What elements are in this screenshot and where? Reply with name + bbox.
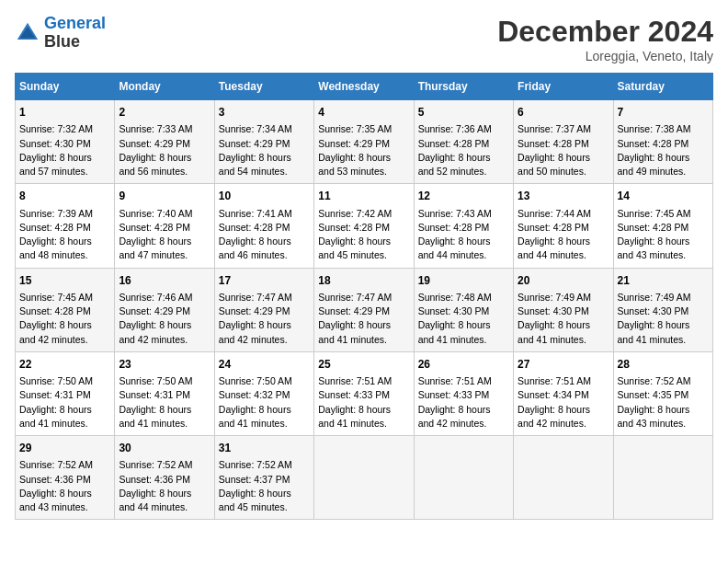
day-number: 31 — [219, 441, 310, 456]
day-info: Daylight: 8 hours — [119, 235, 210, 248]
day-info: Sunrise: 7:45 AM — [19, 291, 110, 304]
day-info: Daylight: 8 hours — [19, 151, 110, 165]
day-info: Daylight: 8 hours — [418, 318, 509, 332]
calendar-cell: 4Sunrise: 7:35 AMSunset: 4:29 PMDaylight… — [314, 100, 414, 184]
day-info: Daylight: 8 hours — [219, 487, 310, 500]
day-info: Sunset: 4:35 PM — [618, 388, 709, 402]
day-info: Sunrise: 7:44 AM — [518, 207, 609, 221]
day-info: and 53 minutes. — [318, 165, 409, 178]
calendar-cell: 7Sunrise: 7:38 AMSunset: 4:28 PMDaylight… — [613, 100, 712, 184]
day-number: 20 — [518, 273, 609, 289]
day-info: and 50 minutes. — [518, 165, 609, 178]
week-row-5: 29Sunrise: 7:52 AMSunset: 4:36 PMDayligh… — [16, 436, 713, 520]
day-info: Sunrise: 7:48 AM — [418, 291, 509, 304]
day-info: and 46 minutes. — [219, 248, 310, 262]
day-info: Sunset: 4:29 PM — [219, 137, 310, 151]
calendar-cell: 19Sunrise: 7:48 AMSunset: 4:30 PMDayligh… — [414, 268, 513, 351]
calendar-cell: 14Sunrise: 7:45 AMSunset: 4:28 PMDayligh… — [613, 184, 712, 268]
day-info: Daylight: 8 hours — [19, 487, 110, 500]
col-header-tuesday: Tuesday — [214, 74, 313, 100]
col-header-saturday: Saturday — [613, 74, 712, 100]
day-info: Sunset: 4:29 PM — [119, 137, 210, 151]
day-info: Sunset: 4:28 PM — [618, 221, 709, 235]
day-number: 8 — [19, 189, 110, 204]
day-info: and 41 minutes. — [318, 333, 409, 347]
calendar-cell: 12Sunrise: 7:43 AMSunset: 4:28 PMDayligh… — [414, 184, 513, 268]
day-info: Sunset: 4:30 PM — [518, 304, 609, 318]
week-row-1: 1Sunrise: 7:32 AMSunset: 4:30 PMDaylight… — [16, 100, 713, 184]
day-number: 17 — [219, 273, 310, 289]
day-info: Sunset: 4:30 PM — [618, 304, 709, 318]
day-number: 16 — [119, 273, 210, 289]
day-number: 21 — [618, 273, 709, 289]
day-number: 10 — [219, 189, 310, 204]
day-info: and 41 minutes. — [19, 417, 110, 431]
day-info: and 41 minutes. — [219, 417, 310, 431]
day-info: Sunrise: 7:50 AM — [19, 374, 110, 388]
day-info: Sunrise: 7:47 AM — [219, 291, 310, 304]
day-info: Daylight: 8 hours — [119, 487, 210, 500]
day-info: Sunrise: 7:52 AM — [19, 458, 110, 472]
page-header: General Blue December 2024 Loreggia, Ven… — [15, 15, 713, 63]
calendar-cell: 31Sunrise: 7:52 AMSunset: 4:37 PMDayligh… — [214, 436, 313, 520]
day-number: 26 — [418, 357, 509, 373]
day-info: Sunset: 4:29 PM — [219, 304, 310, 318]
day-info: Daylight: 8 hours — [318, 403, 409, 417]
day-info: Daylight: 8 hours — [418, 235, 509, 248]
day-info: and 57 minutes. — [19, 165, 110, 178]
day-info: Daylight: 8 hours — [618, 403, 709, 417]
calendar-cell: 9Sunrise: 7:40 AMSunset: 4:28 PMDaylight… — [115, 184, 214, 268]
day-number: 1 — [19, 105, 110, 121]
calendar-cell: 24Sunrise: 7:50 AMSunset: 4:32 PMDayligh… — [214, 351, 313, 435]
week-row-4: 22Sunrise: 7:50 AMSunset: 4:31 PMDayligh… — [16, 351, 713, 435]
day-info: Sunrise: 7:49 AM — [518, 291, 609, 304]
calendar-cell: 25Sunrise: 7:51 AMSunset: 4:33 PMDayligh… — [314, 351, 414, 435]
calendar-cell: 29Sunrise: 7:52 AMSunset: 4:36 PMDayligh… — [16, 436, 115, 520]
day-info: Sunrise: 7:39 AM — [19, 207, 110, 221]
calendar-cell: 1Sunrise: 7:32 AMSunset: 4:30 PMDaylight… — [16, 100, 115, 184]
week-row-2: 8Sunrise: 7:39 AMSunset: 4:28 PMDaylight… — [16, 184, 713, 268]
day-info: Daylight: 8 hours — [19, 235, 110, 248]
calendar-cell: 18Sunrise: 7:47 AMSunset: 4:29 PMDayligh… — [314, 268, 414, 351]
day-number: 19 — [418, 273, 509, 289]
day-info: Daylight: 8 hours — [19, 403, 110, 417]
day-info: Daylight: 8 hours — [318, 318, 409, 332]
day-info: Daylight: 8 hours — [119, 151, 210, 165]
calendar-cell: 2Sunrise: 7:33 AMSunset: 4:29 PMDaylight… — [115, 100, 214, 184]
day-number: 30 — [119, 441, 210, 456]
day-info: Sunrise: 7:38 AM — [618, 122, 709, 136]
day-info: Daylight: 8 hours — [219, 151, 310, 165]
day-info: Sunrise: 7:35 AM — [318, 122, 409, 136]
day-number: 29 — [19, 441, 110, 456]
day-number: 15 — [19, 273, 110, 289]
day-info: Daylight: 8 hours — [618, 235, 709, 248]
day-number: 22 — [19, 357, 110, 373]
calendar-cell: 13Sunrise: 7:44 AMSunset: 4:28 PMDayligh… — [514, 184, 613, 268]
day-info: Sunrise: 7:36 AM — [418, 122, 509, 136]
day-info: Sunset: 4:37 PM — [219, 473, 310, 487]
day-info: Sunset: 4:28 PM — [19, 221, 110, 235]
day-info: and 44 minutes. — [418, 248, 509, 262]
day-info: Sunset: 4:30 PM — [418, 304, 509, 318]
day-info: Sunset: 4:28 PM — [518, 137, 609, 151]
calendar-cell: 10Sunrise: 7:41 AMSunset: 4:28 PMDayligh… — [214, 184, 313, 268]
day-info: and 42 minutes. — [418, 417, 509, 431]
col-header-thursday: Thursday — [414, 74, 513, 100]
logo: General Blue — [15, 15, 106, 52]
day-number: 14 — [618, 189, 709, 204]
calendar-cell: 17Sunrise: 7:47 AMSunset: 4:29 PMDayligh… — [214, 268, 313, 351]
day-info: Sunset: 4:32 PM — [219, 388, 310, 402]
day-number: 27 — [518, 357, 609, 373]
day-info: Sunset: 4:36 PM — [19, 473, 110, 487]
day-info: Sunrise: 7:50 AM — [219, 374, 310, 388]
calendar-cell: 6Sunrise: 7:37 AMSunset: 4:28 PMDaylight… — [514, 100, 613, 184]
day-info: and 42 minutes. — [219, 333, 310, 347]
day-info: Sunset: 4:28 PM — [219, 221, 310, 235]
day-info: Daylight: 8 hours — [618, 318, 709, 332]
calendar-cell: 8Sunrise: 7:39 AMSunset: 4:28 PMDaylight… — [16, 184, 115, 268]
day-info: Daylight: 8 hours — [418, 403, 509, 417]
day-info: and 41 minutes. — [318, 417, 409, 431]
day-info: Daylight: 8 hours — [119, 403, 210, 417]
day-info: and 44 minutes. — [119, 500, 210, 514]
day-number: 13 — [518, 189, 609, 204]
